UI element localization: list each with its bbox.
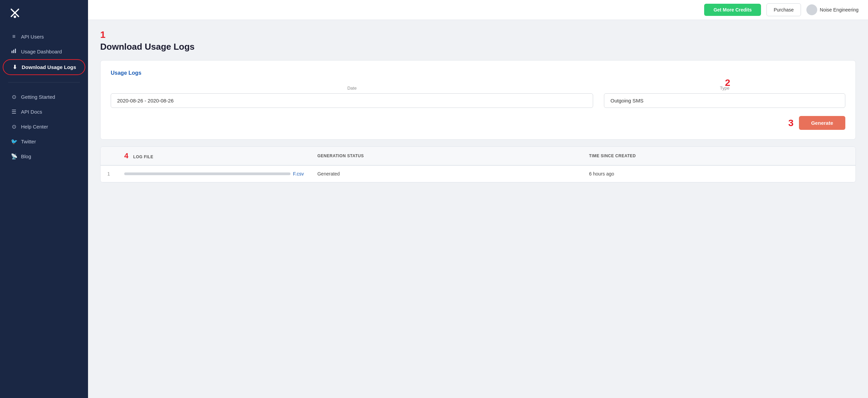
page-content-area: 1 Download Usage Logs Usage Logs 2 Date … (88, 20, 868, 193)
row-status: Generated (310, 165, 582, 182)
purchase-button[interactable]: Purchase (766, 3, 801, 16)
table-row: 1 F.csv Generated 6 hours ago (101, 165, 855, 182)
sidebar-item-api-docs[interactable]: ☰ API Docs (3, 104, 85, 119)
sidebar-item-label: Download Usage Logs (22, 64, 76, 70)
usage-dashboard-icon (11, 48, 17, 55)
user-info: Noise Engineering (806, 4, 859, 15)
annotation-4: 4 (124, 151, 129, 160)
annotation-2: 2 (725, 77, 730, 88)
col-index (101, 147, 117, 165)
col-time-created: TIME SINCE CREATED (582, 147, 855, 165)
file-link[interactable]: F.csv (293, 171, 304, 177)
table-header: 4 LOG FILE GENERATION STATUS TIME SINCE … (101, 147, 855, 165)
page-title: Download Usage Logs (100, 42, 856, 52)
topbar: Get More Credits Purchase Noise Engineer… (88, 0, 868, 20)
sidebar-item-getting-started[interactable]: ⊙ Getting Started (3, 90, 85, 104)
get-credits-button[interactable]: Get More Credits (704, 4, 761, 16)
date-group: Date (111, 86, 593, 108)
download-icon: ⬇ (12, 64, 18, 70)
button-row: 3 Generate (111, 116, 845, 130)
sidebar-item-label: Help Center (21, 124, 48, 130)
date-input[interactable] (111, 93, 593, 108)
help-center-icon: ⊙ (11, 123, 17, 130)
log-table: 4 LOG FILE GENERATION STATUS TIME SINCE … (101, 147, 855, 182)
annotation-1: 1 (100, 30, 106, 40)
generate-button[interactable]: Generate (799, 116, 845, 130)
date-label: Date (111, 86, 593, 91)
file-cell: F.csv (124, 171, 304, 177)
row-index: 1 (101, 165, 117, 182)
bottom-nav: ⊙ Getting Started ☰ API Docs ⊙ Help Cent… (0, 86, 88, 167)
svg-rect-5 (15, 49, 16, 53)
sidebar-item-label: Getting Started (21, 94, 55, 100)
type-group: Type Outgoing SMS Incoming SMS All (604, 86, 845, 108)
avatar (806, 4, 817, 15)
blog-icon: 📡 (11, 153, 17, 160)
sidebar-item-api-users[interactable]: ≡ API Users (3, 29, 85, 44)
col-log-file: 4 LOG FILE (117, 147, 310, 165)
svg-rect-4 (13, 50, 14, 53)
api-users-icon: ≡ (11, 33, 17, 40)
logo-icon (8, 6, 22, 20)
col-gen-status: GENERATION STATUS (310, 147, 582, 165)
sidebar-item-help-center[interactable]: ⊙ Help Center (3, 119, 85, 134)
main-content: Get More Credits Purchase Noise Engineer… (88, 0, 868, 398)
sidebar-item-blog[interactable]: 📡 Blog (3, 149, 85, 164)
form-row: Date Type Outgoing SMS Incoming SMS All (111, 86, 845, 108)
sidebar-item-download-usage-logs[interactable]: ⬇ Download Usage Logs (3, 59, 85, 75)
sidebar-item-label: API Docs (21, 109, 42, 115)
usage-logs-card: Usage Logs 2 Date Type Outgoing SMS Inco… (100, 60, 856, 140)
sidebar-item-label: Blog (21, 154, 31, 159)
file-progress-bar (124, 172, 290, 175)
log-table-card: 4 LOG FILE GENERATION STATUS TIME SINCE … (100, 146, 856, 183)
svg-point-2 (14, 16, 16, 18)
getting-started-icon: ⊙ (11, 94, 17, 100)
table-body: 1 F.csv Generated 6 hours ago (101, 165, 855, 182)
card-title: Usage Logs (111, 70, 845, 76)
sidebar-item-label: Usage Dashboard (21, 49, 62, 54)
logo-area (0, 0, 88, 26)
sidebar-item-twitter[interactable]: 🐦 Twitter (3, 134, 85, 149)
main-nav: ≡ API Users Usage Dashboard ⬇ Download U… (0, 26, 88, 79)
api-docs-icon: ☰ (11, 109, 17, 115)
sidebar: ≡ API Users Usage Dashboard ⬇ Download U… (0, 0, 88, 398)
user-name: Noise Engineering (820, 7, 859, 13)
row-time: 6 hours ago (582, 165, 855, 182)
annotation-3: 3 (788, 118, 794, 128)
sidebar-item-usage-dashboard[interactable]: Usage Dashboard (3, 44, 85, 59)
sidebar-item-label: API Users (21, 34, 44, 40)
svg-rect-3 (12, 51, 13, 53)
sidebar-item-label: Twitter (21, 139, 36, 144)
type-select[interactable]: Outgoing SMS Incoming SMS All (604, 93, 845, 108)
twitter-icon: 🐦 (11, 138, 17, 145)
nav-divider (8, 82, 80, 83)
row-file: F.csv (117, 165, 310, 182)
